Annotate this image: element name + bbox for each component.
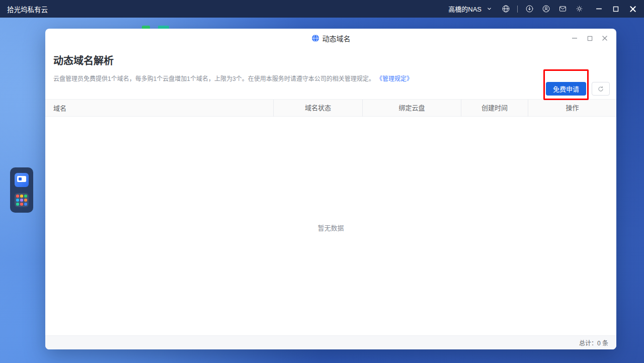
dialog-minimize-icon[interactable] (571, 35, 578, 42)
dialog-close-icon[interactable] (601, 35, 608, 42)
account-menu[interactable]: 高橋的NAS (448, 4, 494, 14)
dialog-maximize-icon[interactable] (586, 35, 593, 42)
column-header-bound-drive: 绑定云盘 (362, 100, 461, 117)
maximize-icon[interactable] (612, 5, 620, 13)
policy-link[interactable]: 《管理规定》 (376, 75, 413, 82)
empty-state-text: 暂无数据 (45, 223, 616, 232)
system-topbar: 拾光坞私有云 高橋的NAS (0, 0, 644, 18)
screen-app-icon[interactable] (15, 173, 29, 187)
column-header-domain: 域名 (45, 103, 273, 113)
account-name: 高橋的NAS (448, 4, 481, 14)
globe-icon (311, 34, 319, 42)
refresh-button[interactable] (592, 82, 610, 96)
account-icon[interactable] (541, 4, 551, 14)
app-title: 拾光坞私有云 (7, 4, 48, 14)
topbar-divider (517, 6, 518, 13)
settings-icon[interactable] (574, 4, 584, 14)
dialog-titlebar: 动态域名 (45, 29, 616, 48)
column-header-created: 创建时间 (461, 100, 528, 117)
dynamic-domain-window: 动态域名 动态域名解析 云盘管理员免费提供1个域名，每多购1个云盘增加1个域名，… (45, 29, 616, 349)
chevron-down-icon (484, 4, 494, 14)
globe-icon[interactable] (501, 4, 511, 14)
app-grid-icon[interactable] (15, 193, 29, 207)
apply-free-button[interactable]: 免费申请 (546, 82, 586, 96)
page-title: 动态域名解析 (53, 53, 486, 67)
dialog-footer: 总计：0 条 (45, 335, 616, 349)
minimize-icon[interactable] (595, 5, 603, 13)
refresh-icon (597, 85, 604, 93)
column-header-actions: 操作 (528, 100, 616, 117)
close-icon[interactable] (629, 5, 637, 13)
total-count: 总计：0 条 (579, 338, 608, 347)
table-header: 域名 域名状态 绑定云盘 创建时间 操作 (45, 99, 616, 117)
download-circle-icon[interactable] (524, 4, 534, 14)
dialog-title: 动态域名 (323, 33, 351, 43)
mail-icon[interactable] (557, 4, 568, 14)
page-description: 云盘管理员免费提供1个域名，每多购1个云盘增加1个域名，上限为3个。在使用本服务… (53, 74, 486, 82)
desktop: 拾光坞私有云 高橋的NAS (0, 0, 644, 363)
column-header-status: 域名状态 (273, 100, 362, 117)
floating-dock (10, 167, 33, 213)
